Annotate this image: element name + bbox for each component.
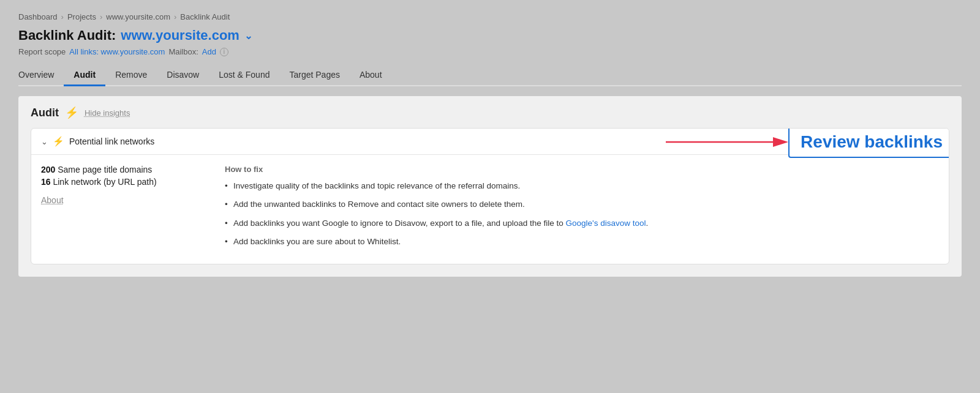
breadcrumb-current: Backlink Audit (180, 12, 230, 21)
chevron-down-icon[interactable]: ⌄ (244, 30, 252, 42)
about-link[interactable]: About (41, 195, 64, 205)
disavow-tool-link[interactable]: Google's disavow tool (566, 219, 646, 228)
audit-header: Audit ⚡ Hide insights (31, 106, 949, 119)
breadcrumb-sep-1: › (61, 12, 64, 21)
chevron-down-icon[interactable]: ⌄ (41, 137, 48, 146)
stat-label-0: Same page title domains (58, 165, 152, 174)
insight-card: ⌄ ⚡ Potential link networks Review backl… (31, 128, 949, 264)
tab-overview[interactable]: Overview (18, 65, 64, 86)
mailbox-label: Mailbox: (168, 47, 198, 56)
stat-num-1: 16 (41, 177, 51, 187)
report-scope-link[interactable]: All links: www.yoursite.com (69, 47, 165, 56)
page-title-site[interactable]: www.yoursite.com (121, 28, 239, 43)
tab-about[interactable]: About (350, 65, 392, 86)
lightning-icon: ⚡ (65, 106, 78, 119)
fix-item-3: Add backlinks you are sure about to Whit… (225, 236, 939, 248)
insight-header[interactable]: ⌄ ⚡ Potential link networks (31, 129, 949, 155)
fix-list: Investigate quality of the backlinks and… (225, 180, 939, 248)
fix-item-1: Add the unwanted backlinks to Remove and… (225, 198, 939, 211)
report-scope: Report scope All links: www.yoursite.com… (18, 47, 962, 56)
stat-row-0: 200 Same page title domains (41, 165, 200, 174)
tab-target-pages[interactable]: Target Pages (279, 65, 350, 86)
stat-num-0: 200 (41, 165, 55, 174)
breadcrumb-projects[interactable]: Projects (67, 12, 96, 21)
breadcrumb-sep-3: › (174, 12, 176, 21)
breadcrumb: Dashboard › Projects › www.yoursite.com … (18, 12, 962, 21)
tab-remove[interactable]: Remove (105, 65, 157, 86)
breadcrumb-site[interactable]: www.yoursite.com (106, 12, 170, 21)
insight-lightning-icon: ⚡ (53, 136, 64, 147)
mailbox-add-link[interactable]: Add (202, 47, 216, 56)
audit-title: Audit (31, 107, 59, 119)
tab-lost-found[interactable]: Lost & Found (209, 65, 279, 86)
stat-row-1: 16 Link network (by URL path) (41, 177, 200, 187)
breadcrumb-dashboard[interactable]: Dashboard (18, 12, 58, 21)
fix-item-2: Add backlinks you want Google to ignore … (225, 217, 939, 230)
main-content: Audit ⚡ Hide insights ⌄ ⚡ Potential link… (18, 96, 962, 277)
page-title-prefix: Backlink Audit: (18, 28, 116, 43)
how-to-fix-label: How to fix (225, 165, 939, 174)
left-panel: 200 Same page title domains 16 Link netw… (41, 165, 200, 254)
report-scope-label: Report scope (18, 47, 66, 56)
insight-header-wrapper: ⌄ ⚡ Potential link networks Review backl… (31, 129, 949, 155)
breadcrumb-sep-2: › (100, 12, 102, 21)
insight-title: Potential link networks (69, 137, 154, 146)
hide-insights-button[interactable]: Hide insights (85, 108, 130, 118)
fix-item-0: Investigate quality of the backlinks and… (225, 180, 939, 192)
stat-label-1: Link network (by URL path) (53, 177, 156, 187)
nav-tabs: Overview Audit Remove Disavow Lost & Fou… (18, 65, 962, 86)
insight-body: 200 Same page title domains 16 Link netw… (31, 155, 949, 264)
page-title: Backlink Audit: www.yoursite.com ⌄ (18, 28, 962, 43)
info-icon[interactable]: i (220, 48, 228, 56)
right-panel: How to fix Investigate quality of the ba… (225, 165, 939, 254)
tab-audit[interactable]: Audit (64, 65, 105, 86)
tab-disavow[interactable]: Disavow (157, 65, 209, 86)
